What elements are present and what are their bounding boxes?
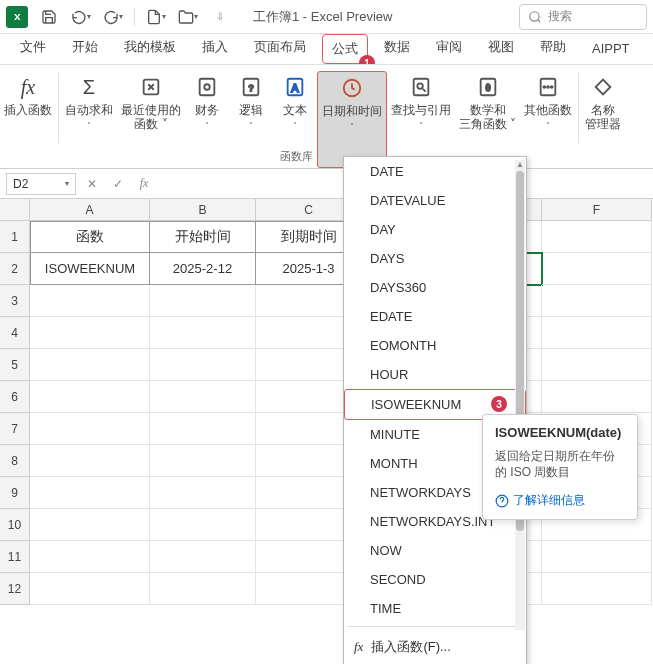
- open-button[interactable]: ▾: [173, 4, 203, 30]
- math-button[interactable]: θ 数学和 三角函数 ˅: [455, 71, 520, 168]
- cell[interactable]: [150, 349, 256, 381]
- dropdown-item-days[interactable]: DAYS: [344, 244, 526, 273]
- tab-view[interactable]: 视图: [478, 32, 524, 64]
- row-header[interactable]: 2: [0, 253, 30, 285]
- name-manager-button[interactable]: 名称 管理器: [581, 71, 625, 168]
- tab-templates[interactable]: 我的模板: [114, 32, 186, 64]
- tab-home[interactable]: 开始: [62, 32, 108, 64]
- more-functions-button[interactable]: 其他函数˅: [520, 71, 576, 168]
- cell[interactable]: [150, 317, 256, 349]
- title-bar: ▾ ▾ ▾ ▾ ⇩ 工作簿1 - Excel Preview 搜索: [0, 0, 653, 34]
- cell[interactable]: [30, 413, 150, 445]
- cell[interactable]: [30, 573, 150, 605]
- date-time-button[interactable]: 日期和时间˅ 2: [317, 71, 387, 168]
- cell[interactable]: [150, 445, 256, 477]
- dropdown-item-now[interactable]: NOW: [344, 536, 526, 565]
- dropdown-item-hour[interactable]: HOUR: [344, 360, 526, 389]
- redo-button[interactable]: ▾: [98, 4, 128, 30]
- col-f[interactable]: F: [542, 199, 652, 221]
- cell[interactable]: [150, 541, 256, 573]
- cell[interactable]: 函数: [30, 221, 150, 253]
- row-header[interactable]: 12: [0, 573, 30, 605]
- insert-function-footer[interactable]: fx 插入函数(F)...: [344, 630, 526, 664]
- cell[interactable]: [542, 221, 652, 253]
- cell[interactable]: [30, 317, 150, 349]
- select-all-corner[interactable]: [0, 199, 30, 221]
- dropdown-item-days360[interactable]: DAYS360: [344, 273, 526, 302]
- qat-customize-button[interactable]: ⇩: [205, 4, 235, 30]
- dropdown-item-second[interactable]: SECOND: [344, 565, 526, 594]
- cell[interactable]: [150, 381, 256, 413]
- row-header[interactable]: 10: [0, 509, 30, 541]
- cell[interactable]: [542, 349, 652, 381]
- tab-aippt[interactable]: AIPPT: [582, 35, 640, 64]
- cell[interactable]: [30, 541, 150, 573]
- insert-function-button[interactable]: fx 插入函数: [0, 71, 56, 168]
- col-a[interactable]: A: [30, 199, 150, 221]
- ribbon: fx 插入函数 Σ 自动求和˅ 最近使用的 函数 ˅ 财务˅ ? 逻辑˅ A 文…: [0, 64, 653, 169]
- tab-file[interactable]: 文件: [10, 32, 56, 64]
- tab-page-layout[interactable]: 页面布局: [244, 32, 316, 64]
- cell[interactable]: [30, 381, 150, 413]
- dropdown-item-datevalue[interactable]: DATEVALUE: [344, 186, 526, 215]
- lookup-button[interactable]: 查找与引用˅: [387, 71, 455, 168]
- cell[interactable]: [150, 477, 256, 509]
- cell[interactable]: [542, 285, 652, 317]
- cell[interactable]: [542, 541, 652, 573]
- cell[interactable]: [30, 349, 150, 381]
- row-header[interactable]: 3: [0, 285, 30, 317]
- autosum-button[interactable]: Σ 自动求和˅: [61, 71, 117, 168]
- cell[interactable]: [30, 509, 150, 541]
- cell[interactable]: 开始时间: [150, 221, 256, 253]
- cell[interactable]: [150, 413, 256, 445]
- cell[interactable]: [542, 317, 652, 349]
- row-header[interactable]: 9: [0, 477, 30, 509]
- cell[interactable]: [542, 253, 652, 285]
- recent-functions-button[interactable]: 最近使用的 函数 ˅: [117, 71, 185, 168]
- tab-formulas[interactable]: 公式 1: [322, 34, 368, 64]
- row-header[interactable]: 11: [0, 541, 30, 573]
- tab-help[interactable]: 帮助: [530, 32, 576, 64]
- dropdown-item-day[interactable]: DAY: [344, 215, 526, 244]
- col-b[interactable]: B: [150, 199, 256, 221]
- cell[interactable]: [30, 477, 150, 509]
- cell[interactable]: 2025-2-12: [150, 253, 256, 285]
- logical-button[interactable]: ? 逻辑˅: [229, 71, 273, 168]
- search-box[interactable]: 搜索: [519, 4, 647, 30]
- row-header[interactable]: 7: [0, 413, 30, 445]
- tooltip-learn-more-link[interactable]: 了解详细信息: [495, 492, 625, 509]
- name-box[interactable]: D2 ▾: [6, 173, 76, 195]
- row-header[interactable]: 1: [0, 221, 30, 253]
- cell[interactable]: [150, 573, 256, 605]
- cell[interactable]: [150, 509, 256, 541]
- row-header[interactable]: 8: [0, 445, 30, 477]
- save-button[interactable]: [34, 4, 64, 30]
- tooltip-title: ISOWEEKNUM(date): [495, 425, 625, 440]
- dropdown-item-eomonth[interactable]: EOMONTH: [344, 331, 526, 360]
- cell[interactable]: [30, 445, 150, 477]
- dropdown-item-time[interactable]: TIME: [344, 594, 526, 623]
- row-header[interactable]: 5: [0, 349, 30, 381]
- svg-rect-3: [200, 79, 215, 96]
- cell[interactable]: [542, 381, 652, 413]
- fx-button[interactable]: fx: [134, 174, 154, 194]
- clock-icon: [338, 74, 366, 102]
- undo-button[interactable]: ▾: [66, 4, 96, 30]
- tab-data[interactable]: 数据: [374, 32, 420, 64]
- dropdown-scrollbar[interactable]: ▲: [515, 160, 525, 630]
- cell[interactable]: [30, 285, 150, 317]
- dropdown-item-edate[interactable]: EDATE: [344, 302, 526, 331]
- cell[interactable]: ISOWEEKNUM: [30, 253, 150, 285]
- row-header[interactable]: 4: [0, 317, 30, 349]
- tab-insert[interactable]: 插入: [192, 32, 238, 64]
- cell[interactable]: [542, 573, 652, 605]
- cancel-formula-button[interactable]: ✕: [82, 174, 102, 194]
- accept-formula-button[interactable]: ✓: [108, 174, 128, 194]
- tab-review[interactable]: 审阅: [426, 32, 472, 64]
- new-file-button[interactable]: ▾: [141, 4, 171, 30]
- row-header[interactable]: 6: [0, 381, 30, 413]
- svg-point-17: [547, 86, 549, 88]
- financial-button[interactable]: 财务˅: [185, 71, 229, 168]
- dropdown-item-date[interactable]: DATE: [344, 157, 526, 186]
- cell[interactable]: [150, 285, 256, 317]
